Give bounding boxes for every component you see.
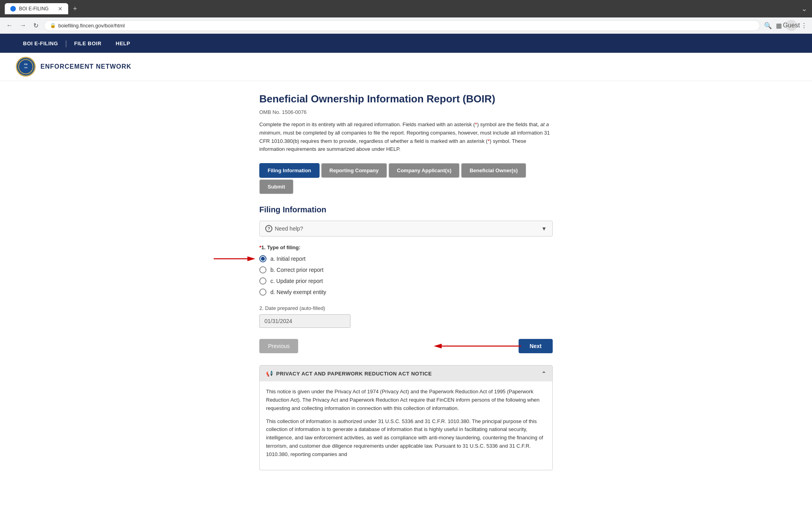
refresh-button[interactable]: ↻ [32,20,40,31]
account-icon[interactable]: Guest [786,20,797,31]
tab-overflow-button[interactable]: ⌄ [801,4,807,13]
annotation-arrow-right [430,340,525,352]
svg-text:FIN: FIN [24,63,27,65]
main-content: Beneficial Ownership Information Report … [251,81,561,482]
asterisk-symbol-2: * [488,138,490,144]
date-input: 01/31/2024 [259,314,350,328]
filing-information-section: Filing Information ? Need help? ▼ *1. Ty… [259,205,553,353]
radio-option-b[interactable]: b. Correct prior report [259,266,553,273]
need-help-left: ? Need help? [265,225,303,232]
new-tab-button[interactable]: + [73,5,77,13]
page-title: Beneficial Ownership Information Report … [259,93,553,105]
address-bar-row: ← → ↻ 🔒 boiefiling.fincen.gov/boir/html … [0,17,812,34]
tab-submit[interactable]: Submit [259,179,293,194]
form-tabs: Filing Information Reporting Company Com… [259,163,553,194]
privacy-body-paragraph-2: This collection of information is author… [266,418,546,459]
lock-icon: 🔒 [50,23,56,28]
help-icon: ? [265,225,272,232]
collapse-icon: ⌃ [542,371,546,377]
megaphone-icon: 📢 [266,370,273,377]
nav-buttons: Previous Next [259,339,553,353]
radio-option-c[interactable]: c. Update prior report [259,277,553,285]
svg-marker-6 [434,344,442,348]
nav-file-boir[interactable]: FILE BOIR [67,34,109,53]
type-of-filing-radio-group: a. Initial report b. Correct prior repor… [259,255,553,296]
field-number-label: 1. Type of filing: [261,244,301,250]
tab-favicon [10,6,16,12]
radio-circle-d [259,289,266,296]
svg-marker-4 [247,256,255,261]
browser-chrome: BOI E-FILING ✕ + ⌄ [0,0,812,17]
address-field[interactable]: 🔒 boiefiling.fincen.gov/boir/html [44,20,760,31]
radio-circle-a [259,255,266,262]
radio-inner-a [261,257,265,261]
radio-label-a: a. Initial report [270,256,306,262]
tab-company-applicants[interactable]: Company Applicant(s) [389,163,460,178]
browser-tab[interactable]: BOI E-FILING ✕ [5,3,68,14]
guest-label: Guest [783,22,800,29]
nav-boi-efiling[interactable]: BOI E-FILING [16,34,65,53]
radio-option-d[interactable]: d. Newly exempt entity [259,289,553,296]
nav-links: BOI E-FILING | FILE BOIR HELP [16,34,137,53]
chevron-down-icon: ▼ [541,225,547,232]
section-title: Filing Information [259,205,553,214]
forward-button[interactable]: → [18,20,28,31]
url-text: boiefiling.fincen.gov/boir/html [58,23,754,29]
radio-option-a-container: a. Initial report [259,255,553,262]
next-button-container: Next [519,339,553,353]
privacy-notice: 📢 PRIVACY ACT AND PAPERWORK REDUCTION AC… [259,365,553,470]
tab-beneficial-owners[interactable]: Beneficial Owner(s) [461,163,526,178]
site-navigation: BOI E-FILING | FILE BOIR HELP [0,34,812,53]
back-button[interactable]: ← [5,20,14,31]
omb-number: OMB No. 1506-0076 [259,109,553,115]
search-icon[interactable]: 🔍 [764,22,772,29]
nav-help[interactable]: HELP [109,34,138,53]
radio-circle-c [259,277,266,285]
tab-title: BOI E-FILING [19,6,49,12]
privacy-notice-title: PRIVACY ACT AND PAPERWORK REDUCTION ACT … [276,371,432,377]
radio-label-c: c. Update prior report [270,278,323,284]
radio-option-a[interactable]: a. Initial report [259,255,306,262]
tab-close-button[interactable]: ✕ [58,6,63,12]
intro-text: Complete the report in its entirety with… [259,121,553,154]
split-view-icon[interactable]: ▦ [776,22,782,29]
logo-text: ENFORCEMENT NETWORK [40,63,132,70]
tab-filing-information[interactable]: Filing Information [259,163,320,178]
need-help-label: Need help? [275,225,303,232]
tab-reporting-company[interactable]: Reporting Company [321,163,387,178]
nav-divider: | [65,39,67,48]
asterisk-symbol: * [475,121,477,127]
previous-button[interactable]: Previous [259,339,298,353]
privacy-header-left: 📢 PRIVACY ACT AND PAPERWORK REDUCTION AC… [266,370,432,377]
svg-text:CEN: CEN [24,67,28,69]
need-help-accordion[interactable]: ? Need help? ▼ [259,221,553,237]
radio-label-d: d. Newly exempt entity [270,289,326,295]
logo-seal: FIN CEN [16,57,36,77]
privacy-body-paragraph-1: This notice is given under the Privacy A… [266,388,546,412]
privacy-notice-body: This notice is given under the Privacy A… [260,381,552,470]
date-field-label: 2. Date prepared (auto-filled) [259,305,553,311]
menu-icon[interactable]: ⋮ [801,22,807,29]
logo-area: FIN CEN ENFORCEMENT NETWORK [0,53,812,81]
annotation-arrow-left [212,253,255,265]
type-of-filing-label: *1. Type of filing: [259,244,553,250]
radio-label-b: b. Correct prior report [270,267,324,273]
browser-actions: 🔍 ▦ Guest ⋮ [764,20,807,31]
radio-circle-b [259,266,266,273]
privacy-notice-header[interactable]: 📢 PRIVACY ACT AND PAPERWORK REDUCTION AC… [260,366,552,381]
